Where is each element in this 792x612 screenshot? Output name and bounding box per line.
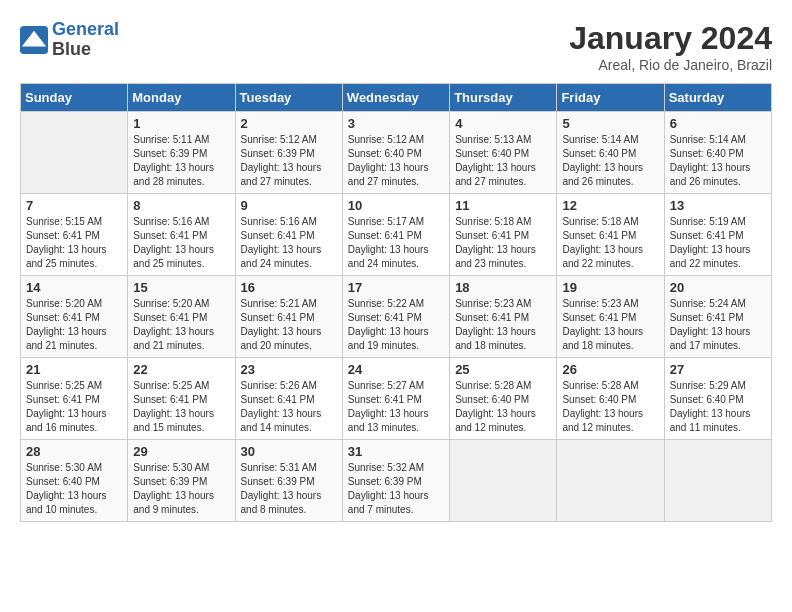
day-info: Sunrise: 5:25 AM Sunset: 6:41 PM Dayligh… (26, 379, 122, 435)
day-info: Sunrise: 5:13 AM Sunset: 6:40 PM Dayligh… (455, 133, 551, 189)
day-number: 13 (670, 198, 766, 213)
calendar-cell: 14Sunrise: 5:20 AM Sunset: 6:41 PM Dayli… (21, 276, 128, 358)
day-header-thursday: Thursday (450, 84, 557, 112)
day-info: Sunrise: 5:12 AM Sunset: 6:39 PM Dayligh… (241, 133, 337, 189)
day-number: 9 (241, 198, 337, 213)
day-info: Sunrise: 5:23 AM Sunset: 6:41 PM Dayligh… (562, 297, 658, 353)
calendar-cell: 19Sunrise: 5:23 AM Sunset: 6:41 PM Dayli… (557, 276, 664, 358)
calendar-cell: 20Sunrise: 5:24 AM Sunset: 6:41 PM Dayli… (664, 276, 771, 358)
day-info: Sunrise: 5:28 AM Sunset: 6:40 PM Dayligh… (455, 379, 551, 435)
day-header-tuesday: Tuesday (235, 84, 342, 112)
calendar-cell: 5Sunrise: 5:14 AM Sunset: 6:40 PM Daylig… (557, 112, 664, 194)
calendar-cell: 11Sunrise: 5:18 AM Sunset: 6:41 PM Dayli… (450, 194, 557, 276)
day-number: 31 (348, 444, 444, 459)
day-info: Sunrise: 5:26 AM Sunset: 6:41 PM Dayligh… (241, 379, 337, 435)
day-number: 19 (562, 280, 658, 295)
day-number: 4 (455, 116, 551, 131)
calendar-cell: 6Sunrise: 5:14 AM Sunset: 6:40 PM Daylig… (664, 112, 771, 194)
calendar-cell: 10Sunrise: 5:17 AM Sunset: 6:41 PM Dayli… (342, 194, 449, 276)
calendar-cell: 27Sunrise: 5:29 AM Sunset: 6:40 PM Dayli… (664, 358, 771, 440)
calendar-cell: 21Sunrise: 5:25 AM Sunset: 6:41 PM Dayli… (21, 358, 128, 440)
day-number: 6 (670, 116, 766, 131)
calendar-cell: 29Sunrise: 5:30 AM Sunset: 6:39 PM Dayli… (128, 440, 235, 522)
day-info: Sunrise: 5:20 AM Sunset: 6:41 PM Dayligh… (133, 297, 229, 353)
calendar-cell: 1Sunrise: 5:11 AM Sunset: 6:39 PM Daylig… (128, 112, 235, 194)
month-title: January 2024 (569, 20, 772, 57)
day-number: 20 (670, 280, 766, 295)
day-number: 15 (133, 280, 229, 295)
day-info: Sunrise: 5:19 AM Sunset: 6:41 PM Dayligh… (670, 215, 766, 271)
day-number: 25 (455, 362, 551, 377)
calendar-cell: 18Sunrise: 5:23 AM Sunset: 6:41 PM Dayli… (450, 276, 557, 358)
day-info: Sunrise: 5:20 AM Sunset: 6:41 PM Dayligh… (26, 297, 122, 353)
calendar-cell: 7Sunrise: 5:15 AM Sunset: 6:41 PM Daylig… (21, 194, 128, 276)
calendar-cell: 2Sunrise: 5:12 AM Sunset: 6:39 PM Daylig… (235, 112, 342, 194)
calendar-cell (664, 440, 771, 522)
day-info: Sunrise: 5:18 AM Sunset: 6:41 PM Dayligh… (455, 215, 551, 271)
calendar-week-row: 28Sunrise: 5:30 AM Sunset: 6:40 PM Dayli… (21, 440, 772, 522)
day-info: Sunrise: 5:27 AM Sunset: 6:41 PM Dayligh… (348, 379, 444, 435)
calendar-cell: 12Sunrise: 5:18 AM Sunset: 6:41 PM Dayli… (557, 194, 664, 276)
day-info: Sunrise: 5:25 AM Sunset: 6:41 PM Dayligh… (133, 379, 229, 435)
calendar-header-row: SundayMondayTuesdayWednesdayThursdayFrid… (21, 84, 772, 112)
calendar-cell: 31Sunrise: 5:32 AM Sunset: 6:39 PM Dayli… (342, 440, 449, 522)
calendar-cell: 22Sunrise: 5:25 AM Sunset: 6:41 PM Dayli… (128, 358, 235, 440)
calendar-cell: 8Sunrise: 5:16 AM Sunset: 6:41 PM Daylig… (128, 194, 235, 276)
logo-text: General Blue (52, 20, 119, 60)
day-info: Sunrise: 5:30 AM Sunset: 6:40 PM Dayligh… (26, 461, 122, 517)
day-header-saturday: Saturday (664, 84, 771, 112)
calendar-week-row: 14Sunrise: 5:20 AM Sunset: 6:41 PM Dayli… (21, 276, 772, 358)
calendar-cell: 23Sunrise: 5:26 AM Sunset: 6:41 PM Dayli… (235, 358, 342, 440)
day-number: 11 (455, 198, 551, 213)
day-info: Sunrise: 5:14 AM Sunset: 6:40 PM Dayligh… (562, 133, 658, 189)
day-info: Sunrise: 5:18 AM Sunset: 6:41 PM Dayligh… (562, 215, 658, 271)
calendar-cell: 3Sunrise: 5:12 AM Sunset: 6:40 PM Daylig… (342, 112, 449, 194)
day-info: Sunrise: 5:30 AM Sunset: 6:39 PM Dayligh… (133, 461, 229, 517)
page-header: General Blue January 2024 Areal, Rio de … (20, 20, 772, 73)
day-info: Sunrise: 5:24 AM Sunset: 6:41 PM Dayligh… (670, 297, 766, 353)
calendar-cell: 17Sunrise: 5:22 AM Sunset: 6:41 PM Dayli… (342, 276, 449, 358)
calendar-cell: 30Sunrise: 5:31 AM Sunset: 6:39 PM Dayli… (235, 440, 342, 522)
day-number: 29 (133, 444, 229, 459)
location-subtitle: Areal, Rio de Janeiro, Brazil (569, 57, 772, 73)
day-number: 30 (241, 444, 337, 459)
day-number: 18 (455, 280, 551, 295)
day-number: 5 (562, 116, 658, 131)
title-block: January 2024 Areal, Rio de Janeiro, Braz… (569, 20, 772, 73)
day-number: 28 (26, 444, 122, 459)
day-number: 1 (133, 116, 229, 131)
calendar-cell: 9Sunrise: 5:16 AM Sunset: 6:41 PM Daylig… (235, 194, 342, 276)
day-number: 24 (348, 362, 444, 377)
calendar-cell: 16Sunrise: 5:21 AM Sunset: 6:41 PM Dayli… (235, 276, 342, 358)
day-number: 21 (26, 362, 122, 377)
day-info: Sunrise: 5:12 AM Sunset: 6:40 PM Dayligh… (348, 133, 444, 189)
day-header-monday: Monday (128, 84, 235, 112)
day-info: Sunrise: 5:22 AM Sunset: 6:41 PM Dayligh… (348, 297, 444, 353)
day-info: Sunrise: 5:16 AM Sunset: 6:41 PM Dayligh… (133, 215, 229, 271)
day-info: Sunrise: 5:21 AM Sunset: 6:41 PM Dayligh… (241, 297, 337, 353)
day-number: 14 (26, 280, 122, 295)
day-info: Sunrise: 5:23 AM Sunset: 6:41 PM Dayligh… (455, 297, 551, 353)
calendar-cell: 13Sunrise: 5:19 AM Sunset: 6:41 PM Dayli… (664, 194, 771, 276)
day-number: 26 (562, 362, 658, 377)
calendar-cell: 24Sunrise: 5:27 AM Sunset: 6:41 PM Dayli… (342, 358, 449, 440)
day-info: Sunrise: 5:28 AM Sunset: 6:40 PM Dayligh… (562, 379, 658, 435)
day-header-wednesday: Wednesday (342, 84, 449, 112)
day-info: Sunrise: 5:32 AM Sunset: 6:39 PM Dayligh… (348, 461, 444, 517)
day-number: 16 (241, 280, 337, 295)
calendar-cell: 15Sunrise: 5:20 AM Sunset: 6:41 PM Dayli… (128, 276, 235, 358)
day-number: 23 (241, 362, 337, 377)
calendar-cell: 28Sunrise: 5:30 AM Sunset: 6:40 PM Dayli… (21, 440, 128, 522)
day-info: Sunrise: 5:31 AM Sunset: 6:39 PM Dayligh… (241, 461, 337, 517)
calendar-week-row: 1Sunrise: 5:11 AM Sunset: 6:39 PM Daylig… (21, 112, 772, 194)
day-number: 7 (26, 198, 122, 213)
day-number: 2 (241, 116, 337, 131)
calendar-cell (21, 112, 128, 194)
day-header-sunday: Sunday (21, 84, 128, 112)
day-number: 22 (133, 362, 229, 377)
calendar-cell (557, 440, 664, 522)
logo-icon (20, 26, 48, 54)
day-number: 3 (348, 116, 444, 131)
calendar-cell: 26Sunrise: 5:28 AM Sunset: 6:40 PM Dayli… (557, 358, 664, 440)
calendar-cell: 4Sunrise: 5:13 AM Sunset: 6:40 PM Daylig… (450, 112, 557, 194)
